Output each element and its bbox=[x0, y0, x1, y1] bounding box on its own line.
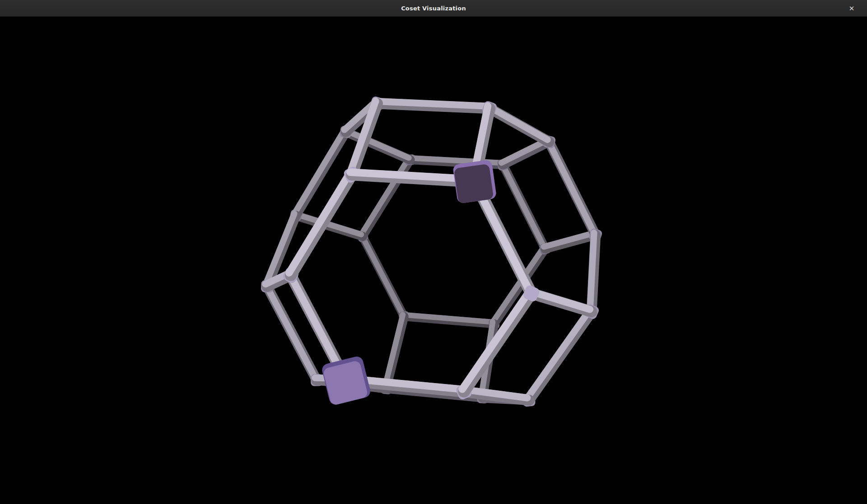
close-button[interactable]: ✕ bbox=[843, 0, 861, 17]
titlebar[interactable]: Coset Visualization bbox=[0, 0, 867, 17]
window-title: Coset Visualization bbox=[401, 5, 466, 12]
viewport bbox=[0, 17, 867, 504]
close-icon: ✕ bbox=[849, 5, 855, 13]
3d-viewport[interactable] bbox=[0, 17, 867, 504]
